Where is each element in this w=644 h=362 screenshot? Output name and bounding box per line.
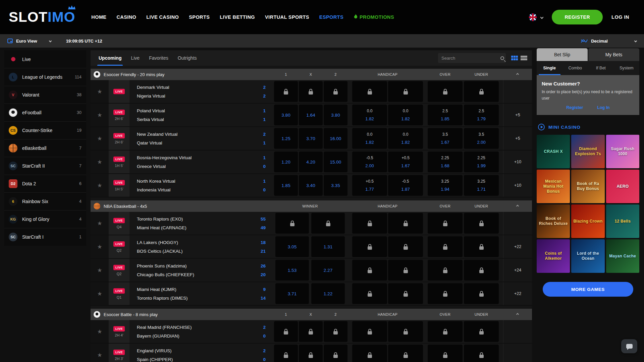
game-tile-mayan-cache[interactable]: Mayan Cache bbox=[606, 239, 639, 273]
grid-view-icon[interactable] bbox=[511, 56, 518, 60]
odds-cell[interactable]: 1.64 bbox=[299, 105, 323, 125]
game-tile-book-of-riches-deluxe[interactable]: Book of Riches Deluxe bbox=[537, 204, 570, 238]
game-tile-book-of-ra-buy-bonus[interactable]: Book of Ra Buy Bonus bbox=[571, 170, 604, 203]
sidebar-item-starcraft-i[interactable]: SCStarCraft I1 bbox=[4, 228, 86, 246]
odds-cell[interactable]: 0.01.82 bbox=[352, 128, 387, 149]
list-view-icon[interactable] bbox=[521, 56, 527, 60]
game-tile-coins-of-alkemor[interactable]: Coins of Alkemor bbox=[537, 239, 570, 273]
odds-cell[interactable]: 3.40 bbox=[299, 175, 323, 196]
odds-cell[interactable]: -0.51.87 bbox=[388, 175, 423, 196]
game-tile-aero[interactable]: AERO bbox=[606, 170, 639, 203]
odds-cell[interactable]: 3.71 bbox=[275, 283, 309, 304]
section-collapse[interactable] bbox=[503, 205, 532, 207]
odds-cell[interactable]: 3.35 bbox=[324, 175, 347, 196]
odds-cell[interactable]: +0.51.67 bbox=[388, 152, 423, 172]
section-collapse[interactable] bbox=[503, 313, 532, 315]
search-box[interactable] bbox=[438, 53, 506, 63]
favorite-star-button[interactable]: ★ bbox=[91, 150, 109, 173]
slotimo-logo[interactable]: SLOT IMO bbox=[9, 9, 75, 25]
more-markets-button[interactable]: +22 bbox=[503, 235, 532, 258]
odds-cell[interactable]: 16.00 bbox=[324, 128, 347, 149]
tab-live[interactable]: Live bbox=[126, 50, 144, 66]
sidebar-item-dota-2[interactable]: D2Dota 26 bbox=[4, 175, 86, 192]
game-tile-crash-x[interactable]: CRASH X bbox=[537, 135, 570, 168]
betslip-tab-my-bets[interactable]: My Bets bbox=[588, 48, 639, 61]
nav-item-casino[interactable]: CASINO bbox=[116, 14, 136, 20]
chat-button[interactable] bbox=[621, 339, 637, 353]
odds-cell[interactable]: 3.251.71 bbox=[464, 175, 499, 196]
search-input[interactable] bbox=[441, 56, 500, 61]
odds-cell[interactable]: 0.01.82 bbox=[352, 105, 387, 125]
view-mode-dropdown[interactable]: Euro View bbox=[7, 39, 51, 44]
odds-cell[interactable]: 2.251.99 bbox=[464, 152, 499, 172]
register-button[interactable]: REGISTER bbox=[552, 10, 603, 24]
more-markets-button[interactable]: +10 bbox=[503, 150, 532, 173]
login-link[interactable]: Log In bbox=[597, 105, 610, 110]
game-tile-lord-of-the-ocean[interactable]: Lord of the Ocean bbox=[571, 239, 604, 273]
mini-casino-header[interactable]: MINI CASINO bbox=[537, 124, 639, 130]
sidebar-item-league-of-legends[interactable]: LLeague of Legends114 bbox=[4, 68, 86, 86]
odds-cell[interactable]: 3.05 bbox=[275, 236, 309, 257]
favorite-star-button[interactable]: ★ bbox=[91, 104, 109, 126]
more-markets-button[interactable]: +24 bbox=[503, 259, 532, 282]
sidebar-item-ebasketball[interactable]: eBasketball7 bbox=[4, 139, 86, 157]
nav-item-home[interactable]: HOME bbox=[91, 14, 106, 20]
favorite-star-button[interactable]: ★ bbox=[91, 320, 109, 343]
tab-favorites[interactable]: Favorites bbox=[144, 50, 173, 66]
odds-cell[interactable]: 0.01.82 bbox=[388, 128, 423, 149]
sidebar-item-king-of-glory[interactable]: KGKing of Glory4 bbox=[4, 210, 86, 228]
odds-cell[interactable]: 2.51.79 bbox=[464, 105, 499, 125]
sidebar-item-rainbow-six[interactable]: 6Rainbow Six4 bbox=[4, 192, 86, 210]
tab-upcoming[interactable]: Upcoming bbox=[94, 50, 126, 66]
nav-item-live-casino[interactable]: LIVE CASINO bbox=[146, 14, 179, 20]
nav-item-esports[interactable]: ESPORTS bbox=[319, 14, 343, 20]
odds-cell[interactable]: 1.22 bbox=[311, 283, 345, 304]
favorite-star-button[interactable]: ★ bbox=[91, 344, 109, 362]
odds-cell[interactable]: +0.51.77 bbox=[352, 175, 387, 196]
betslip-mode-if-bet[interactable]: If Bet bbox=[588, 61, 614, 75]
favorite-star-button[interactable]: ★ bbox=[91, 212, 109, 235]
odds-cell[interactable]: 2.251.68 bbox=[428, 152, 463, 172]
nav-item-promotions[interactable]: PROMOTIONS bbox=[354, 14, 394, 20]
odds-cell[interactable]: 4.20 bbox=[299, 152, 323, 172]
odds-cell[interactable]: 3.70 bbox=[299, 128, 323, 149]
odds-cell[interactable]: 3.51.67 bbox=[428, 128, 463, 149]
game-tile-diamond-explosion-7s[interactable]: Diamond Explosion 7s bbox=[571, 135, 604, 168]
game-tile-sugar-rush-1000[interactable]: Sugar Rush 1000 bbox=[606, 135, 639, 168]
betslip-mode-system[interactable]: System bbox=[614, 61, 640, 75]
tab-outrights[interactable]: Outrights bbox=[173, 50, 202, 66]
game-tile-blazing-crown[interactable]: Blazing Crown bbox=[571, 204, 604, 238]
game-tile-mexican-mania-hot-bonus[interactable]: Mexican Mania Hot Bonus bbox=[537, 170, 570, 203]
odds-format-dropdown[interactable]: Decimal bbox=[581, 39, 637, 44]
game-tile-12-bells[interactable]: 12 Bells bbox=[606, 204, 639, 238]
odds-cell[interactable]: 3.80 bbox=[274, 105, 298, 125]
more-markets-button[interactable]: +22 bbox=[503, 282, 532, 305]
odds-cell[interactable]: 1.25 bbox=[274, 128, 298, 149]
odds-cell[interactable]: 1.85 bbox=[274, 175, 298, 196]
register-link[interactable]: Register bbox=[566, 105, 583, 110]
odds-cell[interactable]: 2.51.85 bbox=[428, 105, 463, 125]
sidebar-item-counter-strike[interactable]: CSCounter-Strike19 bbox=[4, 121, 86, 139]
sidebar-item-efootball[interactable]: eFootball30 bbox=[4, 104, 86, 121]
nav-item-live-betting[interactable]: LIVE BETTING bbox=[220, 14, 255, 20]
more-games-button[interactable]: MORE GAMES bbox=[543, 282, 633, 297]
odds-cell[interactable]: 1.31 bbox=[311, 236, 345, 257]
odds-cell[interactable]: 3.251.94 bbox=[428, 175, 463, 196]
favorite-star-button[interactable]: ★ bbox=[91, 282, 109, 305]
section-collapse[interactable] bbox=[503, 73, 532, 75]
odds-cell[interactable]: 2.27 bbox=[311, 260, 345, 281]
nav-item-virtual-sports[interactable]: VIRTUAL SPORTS bbox=[265, 14, 309, 20]
odds-cell[interactable]: 0.01.82 bbox=[388, 105, 423, 125]
favorite-star-button[interactable]: ★ bbox=[91, 259, 109, 282]
odds-cell[interactable]: -0.52.00 bbox=[352, 152, 387, 172]
more-markets-button[interactable]: +5 bbox=[503, 127, 532, 150]
more-markets-button[interactable]: +10 bbox=[503, 174, 532, 197]
odds-cell[interactable]: 15.00 bbox=[324, 152, 347, 172]
odds-cell[interactable]: 3.52.00 bbox=[464, 128, 499, 149]
favorite-star-button[interactable]: ★ bbox=[91, 127, 109, 150]
odds-cell[interactable]: 1.53 bbox=[275, 260, 309, 281]
sidebar-item-live[interactable]: Live bbox=[4, 50, 86, 68]
favorite-star-button[interactable]: ★ bbox=[91, 174, 109, 197]
sidebar-item-starcraft-ii[interactable]: SCStarCraft II7 bbox=[4, 157, 86, 175]
betslip-mode-single[interactable]: Single bbox=[537, 61, 562, 75]
